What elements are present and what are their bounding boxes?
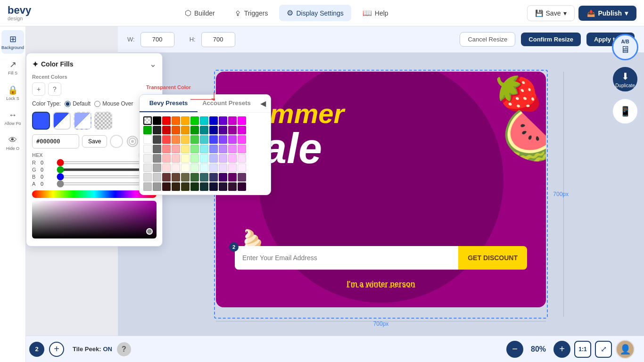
- preset-blue-1[interactable]: [209, 116, 218, 125]
- preset-orange5[interactable]: [172, 154, 180, 163]
- save-button[interactable]: 💾 Save ▾: [527, 5, 575, 21]
- sidebar-item-background[interactable]: ⊞ Background: [1, 30, 24, 54]
- preset-darkred2[interactable]: [162, 173, 171, 181]
- preset-vdarkmagenta[interactable]: [228, 182, 237, 191]
- mouse-over-radio-input[interactable]: [94, 101, 100, 107]
- preset-brown[interactable]: [172, 173, 180, 181]
- preset-orange4[interactable]: [172, 145, 180, 153]
- preset-transparent[interactable]: [143, 116, 152, 125]
- preset-pink5[interactable]: [238, 154, 246, 163]
- preset-pink6[interactable]: [238, 164, 246, 172]
- sidebar-item-hide[interactable]: 👁 Hide O: [1, 132, 24, 155]
- ab-test-button[interactable]: A/B 🖥: [612, 34, 638, 60]
- preset-red-1[interactable]: [162, 116, 171, 125]
- mouse-over-radio[interactable]: Mouse Over: [94, 100, 133, 107]
- preset-black[interactable]: [153, 116, 161, 125]
- swatch-transparent[interactable]: [94, 112, 112, 130]
- zoom-out-button[interactable]: −: [506, 341, 523, 358]
- preset-purple-1[interactable]: [219, 116, 227, 125]
- preset-green3[interactable]: [190, 135, 199, 144]
- preset-vdarkbrown[interactable]: [172, 182, 180, 191]
- hue-bar[interactable]: [32, 190, 157, 198]
- color-fills-collapse-button[interactable]: ⌄: [149, 59, 157, 69]
- preset-green5[interactable]: [190, 154, 199, 163]
- preset-magenta3[interactable]: [228, 135, 237, 144]
- help-button[interactable]: ?: [117, 342, 131, 356]
- display-settings-nav-btn[interactable]: ⚙ Display Settings: [279, 5, 351, 21]
- preset-dark1[interactable]: [153, 126, 161, 134]
- preset-lightgray2[interactable]: [143, 164, 152, 172]
- preset-teal3[interactable]: [200, 135, 208, 144]
- sidebar-item-lock[interactable]: 🔒 Lock S: [1, 81, 24, 105]
- preset-purple2[interactable]: [219, 126, 227, 134]
- preset-yellow3[interactable]: [181, 135, 190, 144]
- preset-magenta6[interactable]: [228, 164, 237, 172]
- preset-darkblue[interactable]: [209, 173, 218, 181]
- save-color-button[interactable]: Save: [82, 135, 107, 148]
- bevy-presets-tab[interactable]: Bevy Presets: [140, 95, 198, 112]
- preset-darkred[interactable]: [162, 126, 171, 134]
- preset-dark2[interactable]: [153, 135, 161, 144]
- preset-yellow5[interactable]: [181, 154, 190, 163]
- preset-magenta4[interactable]: [228, 145, 237, 153]
- preset-blue5[interactable]: [209, 154, 218, 163]
- preset-olive[interactable]: [181, 173, 190, 181]
- preset-pink4[interactable]: [238, 145, 246, 153]
- default-radio[interactable]: Default: [65, 100, 91, 107]
- preset-darkteal[interactable]: [200, 173, 208, 181]
- preset-green6[interactable]: [190, 164, 199, 172]
- preset-darkorange[interactable]: [172, 126, 180, 134]
- user-avatar[interactable]: 👤: [616, 340, 635, 359]
- color-rings-swatch[interactable]: [126, 135, 139, 148]
- preset-magenta-1[interactable]: [228, 116, 237, 125]
- help-recent-color-button[interactable]: ?: [48, 82, 61, 96]
- preset-green4[interactable]: [190, 145, 199, 153]
- preset-darkmagenta[interactable]: [228, 173, 237, 181]
- preset-pink2[interactable]: [238, 126, 246, 134]
- mobile-preview-button[interactable]: 📱: [612, 98, 638, 124]
- preset-darkgreen[interactable]: [143, 126, 152, 134]
- preset-lightgray1[interactable]: [143, 154, 152, 163]
- preset-teal4[interactable]: [200, 145, 208, 153]
- preset-gray5[interactable]: [153, 182, 161, 191]
- width-input[interactable]: [140, 32, 174, 47]
- preset-magenta2[interactable]: [228, 126, 237, 134]
- preset-vdarkred[interactable]: [162, 182, 171, 191]
- preset-purple6[interactable]: [219, 164, 227, 172]
- color-gradient-picker[interactable]: [32, 201, 157, 239]
- preset-vdarkgreen[interactable]: [190, 182, 199, 191]
- get-discount-button[interactable]: GET DISCOUNT: [458, 246, 527, 270]
- email-input-field[interactable]: [235, 246, 458, 270]
- preset-yellow4[interactable]: [181, 145, 190, 153]
- preset-teal2[interactable]: [200, 126, 208, 134]
- preset-teal-1[interactable]: [200, 116, 208, 125]
- preset-white[interactable]: [143, 135, 152, 144]
- zoom-in-button[interactable]: +: [553, 341, 570, 358]
- preset-pink-1[interactable]: [238, 116, 246, 125]
- sidebar-item-allow[interactable]: ↔ Allow Po: [1, 107, 24, 130]
- preset-gray1[interactable]: [153, 145, 161, 153]
- hex-input[interactable]: [32, 134, 79, 148]
- preset-vdarkolive[interactable]: [181, 182, 190, 191]
- preset-lightgray3[interactable]: [143, 173, 152, 181]
- preset-orange3[interactable]: [172, 135, 180, 144]
- preset-orange-1[interactable]: [172, 116, 180, 125]
- preset-green2[interactable]: [190, 126, 199, 134]
- preset-blue2[interactable]: [209, 126, 218, 134]
- height-input[interactable]: [201, 32, 235, 47]
- default-radio-input[interactable]: [65, 101, 71, 107]
- color-circle-swatch[interactable]: [110, 135, 123, 148]
- page-2-dot[interactable]: 2: [29, 342, 44, 357]
- preset-vdarkpurple[interactable]: [219, 182, 227, 191]
- add-page-button[interactable]: +: [49, 342, 64, 357]
- preset-purple3[interactable]: [219, 135, 227, 144]
- preset-darkpurple[interactable]: [219, 173, 227, 181]
- swatch-blue-solid[interactable]: [32, 112, 50, 130]
- preset-darkgreen2[interactable]: [190, 173, 199, 181]
- sidebar-item-fill[interactable]: ↗ Fill S: [1, 56, 24, 79]
- preset-orange6[interactable]: [172, 164, 180, 172]
- builder-nav-btn[interactable]: ⬡ Builder: [177, 5, 223, 21]
- preset-vdarkviolet[interactable]: [238, 182, 246, 191]
- preset-gray3[interactable]: [153, 164, 161, 172]
- preset-teal5[interactable]: [200, 154, 208, 163]
